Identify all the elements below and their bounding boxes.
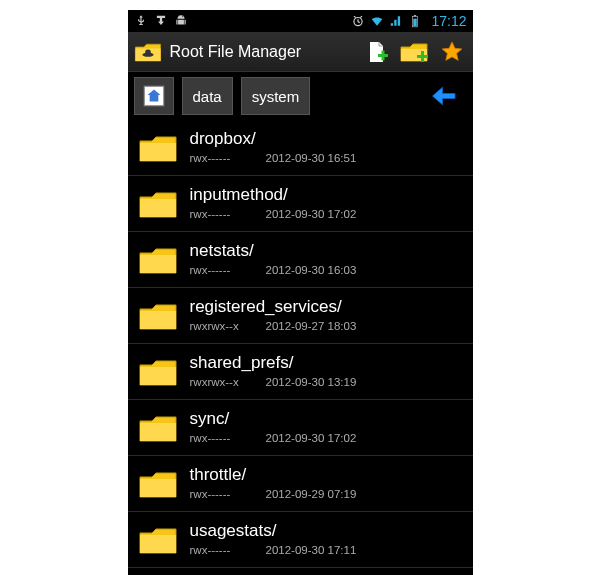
file-permissions: rwx------ — [190, 264, 252, 278]
back-button[interactable] — [427, 78, 463, 114]
file-date: 2012-09-27 18:03 — [266, 320, 357, 334]
folder-icon — [138, 411, 178, 445]
file-row[interactable]: throttle/ rwx------2012-09-29 07:19 — [128, 456, 473, 512]
file-permissions: rwx------ — [190, 488, 252, 502]
file-list: dropbox/ rwx------2012-09-30 16:51 input… — [128, 120, 473, 568]
file-name: throttle/ — [190, 465, 357, 485]
file-date: 2012-09-30 16:03 — [266, 264, 357, 278]
file-permissions: rwx------ — [190, 152, 252, 166]
svg-point-5 — [145, 49, 151, 54]
signal-icon — [389, 14, 403, 28]
new-folder-button[interactable] — [399, 37, 429, 67]
file-row[interactable]: usagestats/ rwx------2012-09-30 17:11 — [128, 512, 473, 568]
status-bar: 17:12 — [128, 10, 473, 32]
download-icon — [154, 14, 168, 28]
wifi-icon — [370, 14, 384, 28]
breadcrumb-label: system — [252, 88, 300, 105]
file-name: registered_services/ — [190, 297, 357, 317]
file-name: netstats/ — [190, 241, 357, 261]
file-date: 2012-09-30 16:51 — [266, 152, 357, 166]
folder-icon — [138, 243, 178, 277]
folder-icon — [138, 299, 178, 333]
svg-rect-9 — [421, 51, 424, 62]
file-name: shared_prefs/ — [190, 353, 357, 373]
file-permissions: rwxrwx--x — [190, 320, 252, 334]
file-row[interactable]: registered_services/ rwxrwx--x2012-09-27… — [128, 288, 473, 344]
phone-screen: 17:12 Root File Manager — [128, 10, 473, 575]
file-name: dropbox/ — [190, 129, 357, 149]
breadcrumb-item[interactable]: data — [182, 77, 233, 115]
file-date: 2012-09-29 07:19 — [266, 488, 357, 502]
file-name: inputmethod/ — [190, 185, 357, 205]
folder-icon — [138, 131, 178, 165]
file-name: usagestats/ — [190, 521, 357, 541]
file-date: 2012-09-30 17:02 — [266, 208, 357, 222]
svg-rect-3 — [414, 19, 418, 27]
file-permissions: rwxrwx--x — [190, 376, 252, 390]
battery-icon — [408, 14, 422, 28]
alarm-icon — [351, 14, 365, 28]
android-icon — [174, 14, 188, 28]
file-permissions: rwx------ — [190, 544, 252, 558]
file-row[interactable]: dropbox/ rwx------2012-09-30 16:51 — [128, 120, 473, 176]
file-permissions: rwx------ — [190, 432, 252, 446]
folder-icon — [138, 355, 178, 389]
file-row[interactable]: netstats/ rwx------2012-09-30 16:03 — [128, 232, 473, 288]
file-date: 2012-09-30 17:11 — [266, 544, 357, 558]
breadcrumb-bar: data system — [128, 72, 473, 120]
usb-icon — [134, 14, 148, 28]
favorites-button[interactable] — [437, 37, 467, 67]
breadcrumb-item[interactable]: system — [241, 77, 311, 115]
file-name: sync/ — [190, 409, 357, 429]
folder-icon — [138, 523, 178, 557]
new-file-button[interactable] — [361, 37, 391, 67]
app-title: Root File Manager — [170, 43, 353, 61]
file-permissions: rwx------ — [190, 208, 252, 222]
folder-icon — [138, 187, 178, 221]
breadcrumb-label: data — [193, 88, 222, 105]
svg-rect-2 — [414, 15, 416, 16]
status-clock: 17:12 — [431, 13, 466, 29]
file-row[interactable]: sync/ rwx------2012-09-30 17:02 — [128, 400, 473, 456]
svg-rect-7 — [381, 50, 384, 60]
file-date: 2012-09-30 13:19 — [266, 376, 357, 390]
home-button[interactable] — [134, 77, 174, 115]
app-icon — [134, 40, 162, 64]
file-date: 2012-09-30 17:02 — [266, 432, 357, 446]
folder-icon — [138, 467, 178, 501]
file-row[interactable]: inputmethod/ rwx------2012-09-30 17:02 — [128, 176, 473, 232]
file-row[interactable]: shared_prefs/ rwxrwx--x2012-09-30 13:19 — [128, 344, 473, 400]
title-bar: Root File Manager — [128, 32, 473, 72]
